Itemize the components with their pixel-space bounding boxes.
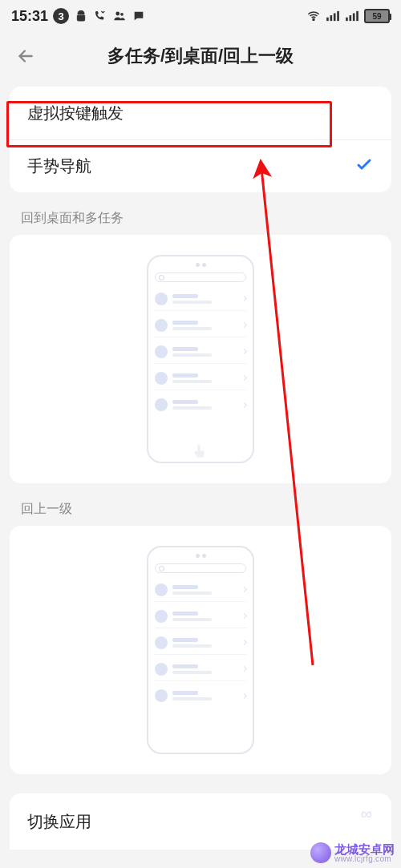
wifi-icon [306, 9, 321, 23]
watermark-url: www.lcjrfg.com [334, 855, 395, 863]
phone-missed-icon [93, 9, 107, 23]
arrow-left-icon [15, 46, 36, 67]
option-label: 虚拟按键触发 [27, 103, 124, 124]
svg-point-1 [120, 13, 124, 16]
svg-point-0 [115, 12, 119, 16]
gesture-hand-icon [192, 442, 209, 460]
status-bar: 15:31 3 59 [0, 0, 401, 32]
section-label-switch: 切换应用 [27, 811, 91, 833]
phone-mock-illustration [147, 255, 254, 463]
watermark-logo-icon [310, 842, 331, 863]
svg-rect-3 [326, 18, 329, 21]
svg-rect-6 [337, 11, 339, 21]
android-icon [74, 9, 88, 23]
signal-1-icon [326, 9, 340, 23]
section-label-back: 回上一级 [0, 483, 401, 526]
svg-rect-8 [350, 15, 352, 21]
section-switch-app[interactable]: 切换应用 ∞ [10, 793, 391, 850]
watermark-title: 龙城安卓网 [334, 843, 395, 855]
page-header: 多任务/到桌面/回上一级 [0, 32, 401, 80]
svg-point-2 [313, 19, 314, 21]
checkmark-icon [354, 155, 374, 179]
signal-2-icon [345, 9, 359, 23]
option-gesture-nav[interactable]: 手势导航 [10, 139, 391, 192]
demo-card-home [10, 235, 391, 483]
svg-rect-7 [346, 18, 348, 21]
notification-count-badge: 3 [53, 8, 69, 24]
section-label-home: 回到桌面和多任务 [0, 192, 401, 235]
back-button[interactable] [10, 40, 42, 72]
phone-mock-illustration [147, 546, 254, 754]
svg-rect-10 [356, 11, 358, 21]
nav-mode-options: 虚拟按键触发 手势导航 [10, 87, 391, 192]
option-virtual-keys[interactable]: 虚拟按键触发 [10, 87, 391, 139]
status-time: 15:31 [11, 8, 48, 25]
contacts-icon [112, 9, 127, 23]
svg-rect-5 [334, 14, 336, 22]
svg-rect-9 [353, 14, 355, 22]
demo-card-back [10, 526, 391, 774]
battery-icon: 59 [364, 9, 390, 23]
chat-icon [132, 9, 146, 23]
page-title: 多任务/到桌面/回上一级 [0, 44, 401, 68]
option-label: 手势导航 [27, 155, 91, 177]
infinity-icon: ∞ [361, 805, 372, 823]
svg-rect-4 [330, 15, 333, 21]
watermark: 龙城安卓网 www.lcjrfg.com [310, 842, 395, 863]
